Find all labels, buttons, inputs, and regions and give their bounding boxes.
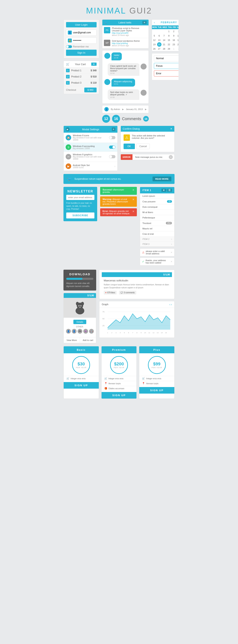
product-card: $ 5,90 Detail <box>63 293 96 343</box>
normal-input[interactable] <box>154 56 179 61</box>
premium-signup-button[interactable]: SIGN UP <box>102 392 137 398</box>
chat-avatar-3 <box>104 79 110 85</box>
twitter-close-icon[interactable]: ✕ <box>142 21 147 24</box>
plus-signup-button[interactable]: SIGN UP <box>139 387 174 394</box>
accordion-card: ITEM 1 ▼ ☰ Lorem ipsum Cras posuere 15 D… <box>140 187 175 247</box>
chat-avatar-2 <box>141 64 147 70</box>
comment-button[interactable]: 💬 3 comments <box>119 291 136 294</box>
pin-feat-icon: 📍 <box>104 382 107 385</box>
graph-body: 75 50 25 1 2 3 4 5 6 7 <box>99 308 174 338</box>
download-description: Aliquam non ante vitae elit dignissim la… <box>66 282 93 288</box>
accordion-item-mi: Mi at libero <box>140 210 174 215</box>
download-product-col: DOWNLOAD Aliquam non ante vitae elit dig… <box>63 270 96 343</box>
password-field-row[interactable]: 🔒 <box>66 37 97 44</box>
cart-dropdown-icon[interactable]: ▼ <box>91 62 97 66</box>
like-button[interactable]: ♥ 679 likes <box>104 291 117 294</box>
twitter-item-1: PS Photoshop script to Remove Unused Lay… <box>102 26 149 38</box>
accordion-item-2[interactable]: ITEM 2 › <box>140 237 174 242</box>
login-header: User Login <box>66 22 97 28</box>
heart-icon: ♥ <box>105 292 106 294</box>
dialog-footer: OK Cancel <box>121 144 175 152</box>
twitter-header: 🐦 Latest twits ✕ <box>102 20 149 26</box>
ok-button[interactable]: OK <box>124 144 135 149</box>
validation-error-close[interactable]: ✕ <box>171 251 172 254</box>
pricing-premium-circle: $200 PER YEAR <box>110 356 128 374</box>
subscribe-button[interactable]: SUBSCRIBE <box>66 212 94 218</box>
email-input[interactable] <box>73 31 103 34</box>
accordion-menu-icon[interactable]: ☰ <box>167 189 172 192</box>
checkout-button[interactable]: $ 960 <box>84 88 97 92</box>
newsletter-title: NEWSLETTER <box>66 190 94 193</box>
details-button[interactable]: Details <box>73 320 86 324</box>
toggle-1[interactable] <box>109 136 115 139</box>
twitter-avatar-2: WP <box>104 40 110 46</box>
remember-me-row: Remember me <box>66 45 97 48</box>
twitter-link-1[interactable]: http://ow.ly/nrd/f3 <box>112 32 128 34</box>
dialog-close-icon[interactable]: ✕ <box>170 127 172 130</box>
people-icon-1: 👤 <box>66 329 71 334</box>
password-input[interactable] <box>73 39 103 42</box>
product-actions: View More Add to cart <box>64 337 96 343</box>
add-to-cart-button[interactable]: Add to cart <box>80 338 96 343</box>
download-card: DOWNLOAD Aliquam non ante vitae elit dig… <box>63 270 96 290</box>
svg-text:8: 8 <box>136 332 137 334</box>
modal-close-button[interactable]: ✕ <box>112 128 115 131</box>
progress-bar <box>66 278 93 280</box>
accordion-arrow-2: › <box>171 238 172 240</box>
email-field-row[interactable]: 👤 ▼ <box>66 30 97 36</box>
alert-warning-close[interactable]: ✕ <box>132 198 134 201</box>
calendar-grid: 1 2 3 4 5 6 7 8 9 10 11 12 13 14 15 16 1 <box>152 29 179 51</box>
remember-toggle[interactable] <box>66 45 72 48</box>
accordion-dropdown-icon[interactable]: ▼ <box>161 189 166 192</box>
svg-text:4: 4 <box>120 332 121 334</box>
accordion-item-tincidunt: Tincidunt 252 <box>140 220 174 226</box>
signin-button[interactable]: Sign In <box>66 50 97 56</box>
num-badge-12: 12 <box>102 115 110 123</box>
twitter-link-2[interactable]: http://ow.ly/drfng <box>112 42 128 44</box>
validation-success-row: ✓ thanks, your address has been added ✕ <box>140 258 175 266</box>
accordion-item-3[interactable]: ITEM 3 › <box>140 242 174 247</box>
note-close-icon[interactable]: ✕ <box>169 155 173 159</box>
form-inputs <box>152 53 179 80</box>
graph-svg: 75 50 25 1 2 3 4 5 6 7 <box>101 310 172 336</box>
modal-play-icon[interactable]: ▶ <box>66 127 70 131</box>
error-input[interactable] <box>154 70 179 76</box>
modal-item-1: 🏠 Windows 8 icons Big windows 8 icon set… <box>64 133 117 143</box>
modal-item-3: ✂ Windows 8 graphics Big windows 8 icon … <box>64 152 117 162</box>
svg-text:75: 75 <box>102 311 105 313</box>
alert-success-close[interactable]: ✕ <box>132 188 134 192</box>
cal-prev-icon[interactable]: ‹ <box>154 21 155 24</box>
toggle-2[interactable] <box>109 146 115 149</box>
alert-error-close[interactable]: ✕ <box>132 210 134 213</box>
dialog-text: This action will delete the selected cut… <box>132 134 172 139</box>
graph-next-icon[interactable]: › <box>171 303 172 306</box>
newsletter-col: NEWSLETTER Free bundles in your mail, no… <box>63 187 97 267</box>
modal-header: ▶ Modal Settings ✕ <box>64 126 117 133</box>
validation-success-close[interactable]: ✕ <box>171 260 172 263</box>
cart-item-1: 1 Product 1 $ 340 <box>64 68 99 74</box>
graph-prev-icon[interactable]: ‹ <box>169 303 170 306</box>
svg-text:7: 7 <box>132 332 133 334</box>
article-title: Maecenas sollicitudin <box>104 279 170 282</box>
toggle-3[interactable] <box>109 155 115 158</box>
login-card: User Login 👤 ▼ 🔒 Remember me Sign In <box>63 20 99 123</box>
view-more-button[interactable]: View More <box>64 338 80 343</box>
cancel-button[interactable]: Cancel <box>136 144 150 149</box>
article-card: $ 5,90 Maecenas sollicitudin Nullam cong… <box>99 270 175 299</box>
warning-small-icon: ⚠ <box>142 251 145 254</box>
pricing-premium-feature-3: 🎁 Odales accumsan <box>102 386 137 391</box>
newsletter-input[interactable] <box>66 195 94 200</box>
read-more-button[interactable]: READ MORE <box>153 176 171 181</box>
calendar-month: FEBRUARY <box>161 21 177 24</box>
pricing-section: Basic $30 PER YEAR 🛒 Integer eros eros S… <box>63 346 175 399</box>
accordion-header-1[interactable]: ITEM 1 ▼ ☰ <box>140 187 174 194</box>
graph-header: Graph ‹ › <box>99 301 174 308</box>
svg-text:9: 9 <box>141 332 142 334</box>
pricing-plus: Plus $99 PER YEAR 🛒 Integer eros eros 📍 … <box>139 346 175 399</box>
pricing-basic: Basic $30 PER YEAR 🛒 Integer eros eros S… <box>63 346 99 399</box>
pin-feat-icon-pl: 📍 <box>142 382 145 385</box>
cart-header: 🛒 Your Cart ▼ <box>64 61 99 68</box>
basic-signup-button[interactable]: SIGN UP <box>64 382 99 388</box>
focus-input[interactable] <box>154 63 179 69</box>
error-tag: ERROR <box>121 154 133 160</box>
